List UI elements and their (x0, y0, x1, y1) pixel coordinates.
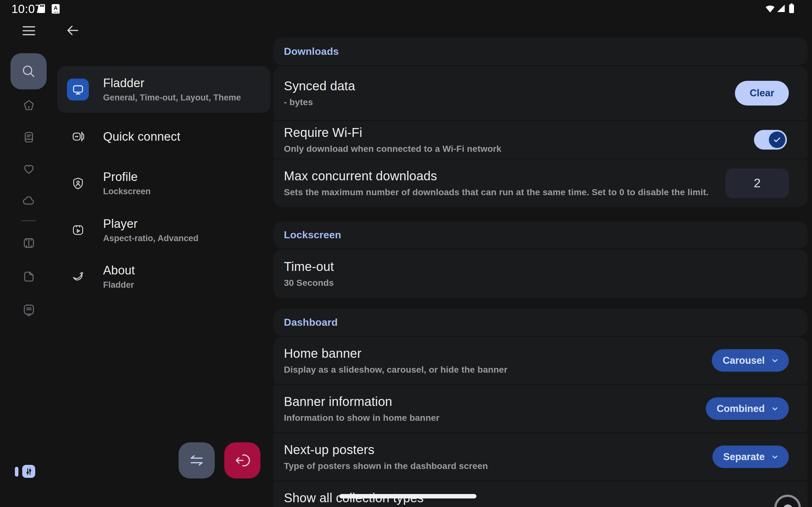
sidebar-item-home[interactable] (22, 99, 36, 112)
max-concurrent-value-field[interactable]: 2 (725, 169, 789, 198)
search-icon (20, 63, 37, 79)
wifi-icon (764, 3, 776, 13)
dropdown-value: Carousel (722, 355, 765, 366)
status-bar: 10:07 A (0, 0, 812, 18)
settings-nav-item-quick-connect[interactable]: Quick connect (57, 113, 270, 160)
monitor-icon (67, 78, 89, 101)
setting-subtitle: Only download when connected to a Wi-Fi … (284, 144, 502, 154)
home-icon (22, 99, 36, 112)
hamburger-menu-icon[interactable] (21, 24, 36, 37)
setting-title: Time-out (284, 260, 334, 274)
setting-subtitle: 30 Seconds (284, 278, 334, 288)
rail-divider (21, 220, 36, 221)
next-up-posters-dropdown[interactable]: Separate (712, 446, 789, 468)
setting-subtitle: Type of posters shown in the dashboard s… (284, 461, 488, 471)
library-icon (22, 130, 36, 144)
quick-settings-button[interactable] (22, 465, 35, 478)
nav-item-subtitle: Lockscreen (103, 187, 151, 196)
nav-item-title: Quick connect (103, 130, 180, 144)
shield-person-icon (67, 172, 89, 194)
setting-row-synced-data[interactable]: Synced data - bytes Clear (273, 66, 808, 120)
nav-item-subtitle: Aspect-ratio, Advanced (103, 233, 199, 243)
quick-connect-icon (67, 126, 89, 148)
nav-item-title: Player (103, 217, 199, 231)
setting-title: Max concurrent downloads (284, 169, 709, 183)
swap-horizontal-icon (189, 452, 205, 469)
setting-row-home-banner[interactable]: Home banner Display as a slideshow, caro… (273, 337, 808, 384)
dropdown-value: Combined (716, 403, 765, 414)
section-header-label: Downloads (284, 46, 339, 57)
sidebar-item-search[interactable] (10, 53, 47, 89)
fladder-settings-screen: 10:07 A (0, 0, 812, 507)
setting-row-require-wifi[interactable]: Require Wi-Fi Only download when connect… (273, 121, 808, 158)
setting-title: Synced data (284, 79, 355, 93)
cloud-icon (22, 194, 36, 207)
nav-item-title: About (103, 264, 135, 277)
setting-row-time-out[interactable]: Time-out 30 Seconds (273, 249, 808, 298)
logout-button[interactable] (224, 442, 260, 478)
toggle-thumb (783, 504, 793, 507)
nav-item-title: Profile (103, 170, 151, 184)
sidebar-item-favorites[interactable] (22, 162, 36, 176)
sidebar-item-sync[interactable] (22, 194, 36, 207)
setting-row-max-concurrent-downloads[interactable]: Max concurrent downloads Sets the maximu… (273, 159, 808, 207)
sidebar-item-folders[interactable] (22, 270, 36, 283)
clock: 10:07 (11, 3, 42, 16)
section-header-dashboard: Dashboard (273, 309, 808, 336)
app-notification-icon: A (52, 4, 60, 14)
fladder-logo-icon (67, 266, 89, 288)
film-icon (22, 236, 36, 250)
settings-nav-item-fladder[interactable]: Fladder General, Time-out, Layout, Theme (57, 66, 270, 113)
logout-icon (234, 452, 251, 469)
signal-icon (776, 3, 786, 13)
settings-nav-item-profile[interactable]: Profile Lockscreen (57, 160, 270, 206)
dropdown-value: Separate (723, 451, 765, 463)
section-header-label: Lockscreen (284, 229, 341, 241)
section-header-label: Dashboard (284, 317, 338, 328)
section-header-downloads: Downloads (273, 38, 808, 65)
checkmark-icon (772, 135, 782, 145)
battery-icon (787, 3, 796, 14)
archive-bookmark-icon (22, 303, 36, 316)
setting-row-next-up-posters[interactable]: Next-up posters Type of posters shown in… (273, 433, 808, 481)
sd-card-icon (38, 3, 46, 14)
gesture-navigation-bar[interactable] (339, 494, 476, 498)
settings-nav-item-player[interactable]: Player Aspect-ratio, Advanced (57, 206, 270, 254)
setting-subtitle: Display as a slideshow, carousel, or hid… (284, 365, 507, 375)
require-wifi-toggle[interactable] (754, 130, 787, 150)
setting-row-banner-information[interactable]: Banner information Information to show i… (273, 385, 808, 432)
switch-server-button[interactable] (179, 442, 215, 478)
setting-title: Home banner (284, 346, 507, 360)
chevron-down-icon (770, 356, 779, 365)
setting-subtitle: Information to show in home banner (284, 413, 440, 423)
nav-item-subtitle: General, Time-out, Layout, Theme (103, 93, 241, 103)
setting-subtitle: - bytes (284, 97, 355, 107)
sidebar-item-library[interactable] (22, 130, 36, 144)
sidebar-item-videos[interactable] (22, 236, 36, 250)
setting-title: Require Wi-Fi (284, 125, 502, 140)
sliders-icon (24, 467, 34, 476)
setting-title: Banner information (284, 395, 440, 409)
folder-icon (22, 270, 36, 283)
home-banner-dropdown[interactable]: Carousel (712, 349, 789, 372)
banner-information-dropdown[interactable]: Combined (706, 397, 789, 420)
back-arrow-icon[interactable] (65, 23, 80, 38)
setting-title: Next-up posters (284, 443, 488, 457)
setting-subtitle: Sets the maximum number of downloads tha… (284, 187, 709, 198)
section-header-lockscreen: Lockscreen (273, 222, 808, 248)
nav-item-title: Fladder (103, 76, 241, 90)
nav-item-subtitle: Fladder (103, 280, 135, 290)
clear-button[interactable]: Clear (735, 81, 789, 106)
mini-pill-indicator (15, 467, 18, 476)
sidebar-item-collections[interactable] (22, 303, 36, 316)
settings-nav-item-about[interactable]: About Fladder (57, 253, 270, 300)
chevron-down-icon (770, 452, 779, 461)
heart-icon (22, 162, 36, 176)
player-icon (67, 219, 89, 241)
chevron-down-icon (770, 404, 779, 413)
